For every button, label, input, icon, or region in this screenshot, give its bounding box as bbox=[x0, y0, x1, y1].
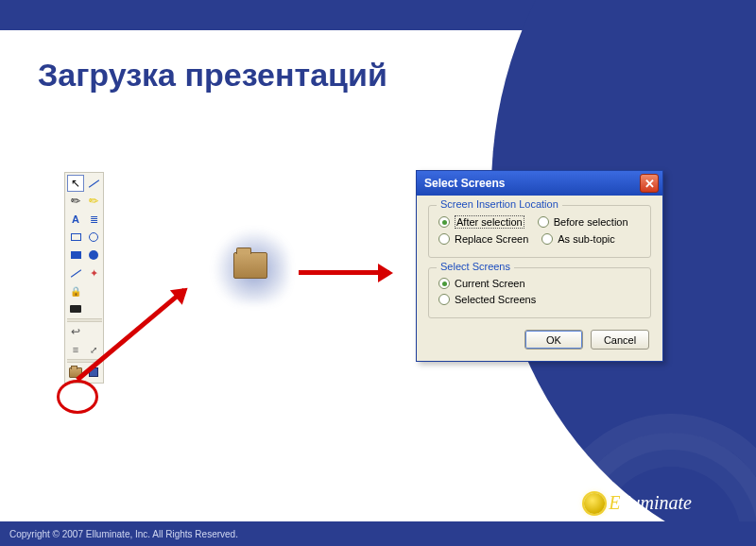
radio-icon bbox=[438, 278, 450, 289]
dialog-body: Screen Insertion Location After selectio… bbox=[417, 196, 662, 361]
zoomed-icon-box bbox=[205, 220, 296, 311]
ok-button[interactable]: OK bbox=[524, 330, 583, 350]
radio-icon bbox=[438, 216, 450, 228]
logo-rest: lluminate bbox=[620, 492, 692, 513]
radio-icon bbox=[541, 233, 553, 245]
radio-label: After selection bbox=[455, 215, 524, 229]
lightbulb-icon bbox=[584, 493, 605, 514]
legend-select: Select Screens bbox=[437, 261, 514, 272]
text-icon: A bbox=[72, 213, 79, 225]
radio-icon bbox=[438, 233, 450, 245]
group-select-screens: Select Screens Current Screen Selected S… bbox=[428, 267, 651, 318]
radio-label: Selected Screens bbox=[455, 294, 536, 305]
radio-label: Before selection bbox=[554, 216, 628, 228]
radio-current-screen[interactable]: Current Screen bbox=[438, 278, 525, 289]
footer-bar: Copyright © 2007 Elluminate, Inc. All Ri… bbox=[0, 521, 756, 546]
arrow-horizontal bbox=[299, 270, 389, 275]
brand-logo: Elluminate bbox=[584, 492, 692, 514]
radio-replace-screen[interactable]: Replace Screen bbox=[438, 233, 528, 245]
dialog-titlebar: Select Screens ✕ bbox=[417, 171, 662, 196]
tool-textbox[interactable]: ≣ bbox=[85, 211, 102, 228]
radio-label: Current Screen bbox=[455, 278, 525, 289]
tool-rect-outline[interactable] bbox=[67, 229, 84, 246]
highlighter-icon: ✎ bbox=[86, 193, 102, 209]
copyright-text: Copyright © 2007 Elluminate, Inc. All Ri… bbox=[9, 529, 238, 539]
radio-selected-screens[interactable]: Selected Screens bbox=[438, 294, 536, 305]
radio-icon bbox=[538, 216, 549, 228]
group-insertion-location: Screen Insertion Location After selectio… bbox=[428, 205, 651, 258]
radio-before-selection[interactable]: Before selection bbox=[538, 215, 628, 229]
select-screens-dialog: Select Screens ✕ Screen Insertion Locati… bbox=[416, 170, 663, 362]
page-title: Загрузка презентаций bbox=[38, 57, 387, 94]
logo-first-letter: E bbox=[609, 492, 620, 513]
tool-text[interactable]: A bbox=[67, 211, 84, 228]
tool-line[interactable] bbox=[85, 175, 102, 192]
rect-outline-icon bbox=[71, 233, 81, 241]
dialog-buttons: OK Cancel bbox=[428, 328, 651, 350]
close-icon: ✕ bbox=[644, 177, 655, 191]
tool-highlighter[interactable]: ✎ bbox=[85, 193, 102, 210]
textbox-icon: ≣ bbox=[90, 213, 98, 226]
radio-after-selection[interactable]: After selection bbox=[438, 215, 524, 229]
arrow-diagonal bbox=[76, 288, 186, 382]
legend-insertion: Screen Insertion Location bbox=[437, 198, 562, 210]
cursor-icon: ↖ bbox=[71, 177, 80, 190]
tool-pen[interactable]: ✎ bbox=[67, 193, 84, 210]
arrow-diagonal-wrap bbox=[12, 211, 201, 395]
close-button[interactable]: ✕ bbox=[640, 174, 659, 193]
line-icon bbox=[88, 179, 98, 187]
radio-as-subtopic[interactable]: As sub-topic bbox=[541, 233, 615, 245]
radio-icon bbox=[438, 294, 450, 305]
tool-cursor[interactable]: ↖ bbox=[67, 175, 84, 192]
pen-icon: ✎ bbox=[68, 193, 84, 209]
radio-label: As sub-topic bbox=[558, 233, 615, 245]
cancel-button[interactable]: Cancel bbox=[591, 330, 649, 350]
folder-open-large-icon bbox=[233, 252, 267, 279]
dialog-title-text: Select Screens bbox=[424, 177, 505, 190]
radio-label: Replace Screen bbox=[455, 233, 528, 245]
